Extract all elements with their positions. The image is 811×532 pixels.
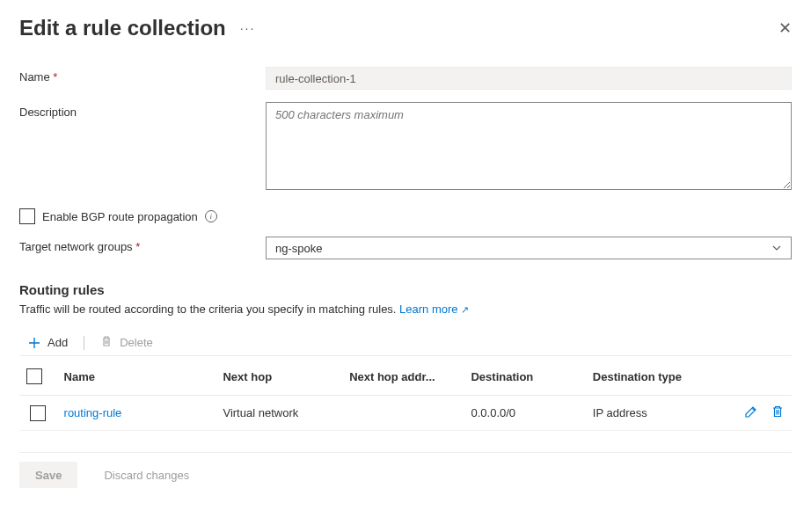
description-input[interactable] [266, 102, 792, 190]
table-header-row: Name Next hop Next hop addr... Destinati… [19, 358, 792, 396]
delete-button[interactable]: Delete [100, 335, 153, 350]
more-icon[interactable]: ··· [240, 21, 256, 35]
col-destination[interactable]: Destination [464, 358, 585, 396]
trash-icon [100, 335, 113, 350]
required-asterisk: * [135, 240, 140, 253]
toolbar-separator [84, 336, 84, 350]
routing-rules-title: Routing rules [19, 282, 792, 297]
col-next-hop-addr[interactable]: Next hop addr... [342, 358, 464, 396]
page-title: Edit a rule collection [19, 16, 226, 40]
field-description: Description [19, 102, 792, 193]
select-all-checkbox[interactable] [26, 368, 42, 384]
target-groups-select[interactable]: ng-spoke [266, 237, 792, 259]
field-name: Name * [19, 67, 792, 90]
required-asterisk: * [53, 70, 57, 84]
target-label: Target network groups * [19, 237, 266, 253]
name-input[interactable] [266, 67, 792, 90]
select-all-cell [19, 358, 57, 396]
field-bgp: Enable BGP route propagation i [19, 208, 792, 224]
learn-more-link[interactable]: Learn more ↗ [399, 302, 469, 316]
target-groups-value: ng-spoke [275, 242, 322, 255]
row-name: routing-rule [57, 396, 216, 431]
row-actions-cell [717, 396, 792, 431]
table-row: routing-rule Virtual network 0.0.0.0/0 I… [19, 396, 792, 431]
bgp-label: Enable BGP route propagation [42, 210, 198, 223]
panel-header: Edit a rule collection ··· ✕ [19, 16, 792, 40]
row-destination: 0.0.0.0/0 [464, 396, 585, 431]
routing-rules-desc: Traffic will be routed according to the … [19, 302, 792, 316]
col-name[interactable]: Name [57, 358, 216, 396]
name-label: Name * [19, 67, 266, 84]
row-checkbox[interactable] [30, 405, 46, 421]
plus-icon [28, 337, 40, 349]
close-icon[interactable]: ✕ [778, 18, 792, 38]
info-icon[interactable]: i [205, 210, 217, 222]
add-button[interactable]: Add [28, 336, 68, 349]
row-next-hop-addr [342, 396, 464, 431]
external-link-icon: ↗ [461, 304, 469, 315]
bgp-checkbox[interactable] [19, 208, 35, 224]
rule-link[interactable]: routing-rule [64, 406, 122, 419]
col-actions [717, 358, 792, 396]
discard-button[interactable]: Discard changes [88, 462, 205, 488]
footer: Save Discard changes [19, 452, 792, 488]
header-left: Edit a rule collection ··· [19, 16, 255, 40]
edit-icon[interactable] [744, 404, 758, 421]
chevron-down-icon [771, 243, 782, 253]
trash-icon[interactable] [771, 404, 785, 421]
col-next-hop[interactable]: Next hop [216, 358, 342, 396]
description-label: Description [19, 102, 266, 119]
row-destination-type: IP address [586, 396, 717, 431]
rules-table: Name Next hop Next hop addr... Destinati… [19, 358, 792, 431]
field-target-groups: Target network groups * ng-spoke [19, 237, 792, 259]
col-destination-type[interactable]: Destination type [586, 358, 717, 396]
row-next-hop: Virtual network [216, 396, 342, 431]
row-select-cell [19, 396, 57, 431]
rules-toolbar: Add Delete [19, 335, 792, 356]
save-button[interactable]: Save [19, 462, 77, 488]
